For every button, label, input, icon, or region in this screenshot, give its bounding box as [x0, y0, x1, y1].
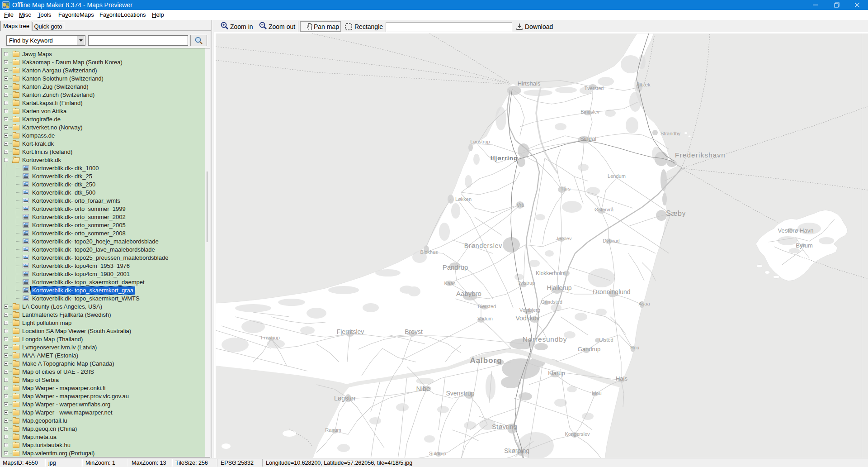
svg-text:Ålbæk: Ålbæk — [636, 82, 651, 87]
svg-text:Ranum: Ranum — [325, 427, 341, 433]
svg-text:Grindsted: Grindsted — [541, 299, 562, 305]
svg-text:Løgstør: Løgstør — [334, 395, 356, 402]
svg-text:Pandrup: Pandrup — [443, 263, 468, 271]
svg-text:Hals: Hals — [616, 375, 628, 382]
svg-text:Gandrup: Gandrup — [578, 346, 601, 353]
svg-text:Hjallerup: Hjallerup — [547, 284, 571, 291]
svg-text:Blokhus: Blokhus — [420, 249, 438, 255]
svg-text:Dronninglund: Dronninglund — [593, 288, 630, 295]
svg-text:Tylstrup: Tylstrup — [518, 280, 535, 286]
svg-text:Vadum: Vadum — [477, 316, 493, 321]
svg-text:Brovst: Brovst — [405, 328, 423, 335]
svg-text:Vrå: Vrå — [517, 202, 525, 208]
svg-text:Svenstrup: Svenstrup — [446, 390, 474, 397]
svg-text:Bindslev: Bindslev — [580, 109, 599, 114]
svg-text:Hou: Hou — [630, 345, 639, 350]
svg-text:Vesterø Havn: Vesterø Havn — [778, 227, 814, 234]
svg-text:Frøstrup: Frøstrup — [261, 335, 280, 340]
svg-text:Sæby: Sæby — [666, 210, 686, 217]
svg-text:Mou: Mou — [592, 391, 601, 396]
svg-text:Kongerslev: Kongerslev — [565, 431, 590, 437]
svg-text:Lendum: Lendum — [608, 173, 626, 179]
svg-text:Jerslev: Jerslev — [556, 236, 572, 241]
svg-text:Strandby: Strandby — [660, 131, 681, 136]
svg-text:Klarup: Klarup — [548, 370, 565, 376]
svg-text:Støvring: Støvring — [492, 423, 517, 430]
svg-text:Aabybro: Aabybro — [456, 290, 481, 297]
svg-text:Asaa: Asaa — [638, 301, 650, 306]
svg-text:Østervrå: Østervrå — [594, 207, 614, 212]
svg-text:Lønstrup: Lønstrup — [470, 139, 490, 144]
svg-text:Tårs: Tårs — [561, 186, 571, 191]
svg-text:Vodskov: Vodskov — [516, 315, 540, 322]
svg-text:Kaas: Kaas — [444, 281, 456, 286]
svg-text:Sindal: Sindal — [580, 135, 596, 142]
svg-text:Nørresundby: Nørresundby — [523, 335, 567, 343]
svg-text:Vestbjerg: Vestbjerg — [519, 307, 540, 313]
svg-text:Løkken: Løkken — [455, 196, 472, 202]
svg-text:Ulsted: Ulsted — [599, 337, 613, 343]
svg-text:Hirtshals: Hirtshals — [518, 80, 541, 87]
svg-text:Fjerritslev: Fjerritslev — [337, 328, 364, 335]
svg-text:Nibe: Nibe — [416, 385, 430, 392]
svg-text:Brønderslev: Brønderslev — [464, 242, 502, 249]
svg-text:Dybvad: Dybvad — [603, 238, 619, 243]
svg-text:Hjørring: Hjørring — [491, 155, 518, 162]
svg-text:Tversted: Tversted — [585, 86, 604, 91]
svg-text:Skørping: Skørping — [504, 447, 529, 454]
svg-text:Suldrup: Suldrup — [429, 451, 446, 456]
svg-text:Aalborg: Aalborg — [470, 356, 502, 365]
svg-text:Frederikshavn: Frederikshavn — [675, 151, 726, 159]
svg-text:Byrum: Byrum — [796, 242, 813, 249]
svg-text:Klokkerholm: Klokkerholm — [536, 270, 566, 276]
svg-text:Biersted: Biersted — [478, 304, 496, 309]
